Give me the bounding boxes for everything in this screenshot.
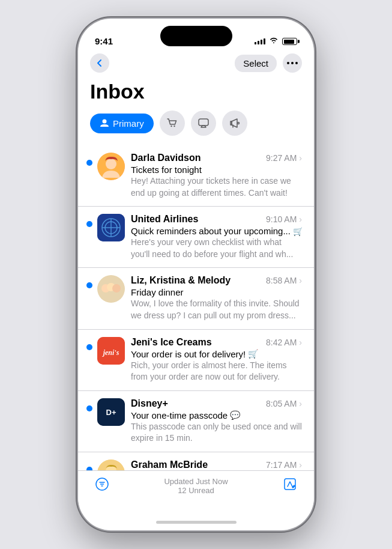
filter-button[interactable] (95, 477, 109, 491)
more-button[interactable] (283, 53, 302, 73)
unread-indicator (86, 344, 92, 350)
svg-point-2 (295, 62, 298, 64)
jenis-avatar: jeni's (97, 337, 125, 365)
email-time: 8:05 AM (266, 399, 297, 408)
email-header: Graham McBride 7:17 AM › (131, 460, 302, 470)
back-button[interactable] (90, 53, 109, 73)
email-header: Darla Davidson 9:27 AM › (131, 153, 302, 163)
email-subject: Friday dinner (131, 287, 302, 297)
message-icon (198, 117, 210, 129)
tab-primary[interactable]: Primary (90, 114, 154, 133)
email-item[interactable]: jeni's Jeni's Ice Creams 8:42 AM › Your … (78, 330, 314, 391)
unread-indicator (86, 160, 92, 166)
shopping-badge-icon: 🛒 (293, 226, 302, 236)
avatar (97, 153, 125, 180)
shopping-badge-icon: 🛒 (248, 349, 258, 359)
email-item[interactable]: Liz, Kristina & Melody 8:58 AM › Friday … (78, 268, 314, 329)
email-preview: Here's your very own checklist with what… (131, 237, 302, 260)
email-item[interactable]: Darla Davidson 9:27 AM › Tickets for ton… (78, 145, 314, 207)
email-item[interactable]: Graham McBride 7:17 AM › Tell us if you … (78, 452, 314, 470)
wifi-icon (269, 37, 279, 46)
svg-rect-6 (199, 119, 208, 126)
updated-text: Updated Just Now (164, 477, 228, 486)
email-subject: Your one-time passcode 💬 (131, 410, 302, 420)
bottom-bar: Updated Just Now 12 Unread (78, 470, 314, 514)
avatar (97, 275, 125, 303)
nav-bar: Select (78, 51, 314, 77)
person-icon (100, 118, 109, 128)
email-subject: Quick reminders about your upcoming... 🛒 (131, 226, 302, 236)
email-item[interactable]: D+ Disney+ 8:05 AM › Your one-time passc… (78, 391, 314, 452)
page-title: Inbox (78, 77, 314, 111)
email-time: 9:27 AM (266, 153, 297, 163)
email-time: 7:17 AM (266, 460, 297, 470)
compose-icon (283, 477, 297, 491)
sender-name: Disney+ (131, 398, 168, 409)
category-tabs: Primary (78, 111, 314, 145)
email-header: Jeni's Ice Creams 8:42 AM › (131, 337, 302, 348)
email-preview: Rich, your order is almost here. The ite… (131, 360, 302, 383)
email-item[interactable]: United Airlines 9:10 AM › Quick reminder… (78, 207, 314, 268)
email-body: United Airlines 9:10 AM › Quick reminder… (131, 214, 302, 260)
svg-point-1 (291, 62, 294, 64)
email-header: Liz, Kristina & Melody 8:58 AM › (131, 275, 302, 286)
chevron-left-icon (95, 59, 104, 67)
liz-avatar (97, 275, 125, 303)
email-body: Graham McBride 7:17 AM › Tell us if you … (131, 460, 302, 470)
svg-point-4 (170, 126, 172, 127)
email-preview: Hey! Attaching your tickets here in case… (131, 175, 302, 199)
svg-point-3 (103, 120, 107, 124)
unread-indicator (86, 221, 92, 227)
signal-icon (255, 38, 265, 44)
chevron-right-icon: › (299, 338, 302, 347)
svg-point-18 (112, 284, 121, 293)
unread-indicator (86, 282, 92, 288)
tab-promotions[interactable] (222, 111, 247, 136)
svg-text:jeni's: jeni's (102, 348, 119, 357)
sender-name: Jeni's Ice Creams (131, 337, 212, 348)
sender-name: Liz, Kristina & Melody (131, 275, 231, 286)
email-meta: 7:17 AM › (266, 460, 302, 470)
chevron-right-icon: › (299, 153, 302, 163)
email-subject: Tickets for tonight (131, 165, 302, 175)
battery-icon (282, 38, 297, 45)
message-badge-icon: 💬 (230, 410, 240, 420)
email-header: Disney+ 8:05 AM › (131, 398, 302, 409)
home-bar (156, 521, 237, 524)
tab-primary-label: Primary (113, 118, 144, 129)
email-subject: Your order is out for delivery! 🛒 (131, 349, 302, 359)
compose-button[interactable] (283, 477, 297, 491)
graham-avatar (97, 460, 125, 470)
svg-point-5 (173, 126, 175, 127)
chevron-right-icon: › (299, 399, 302, 408)
avatar: jeni's (97, 337, 125, 365)
email-meta: 8:05 AM › (266, 399, 302, 408)
status-icons (255, 37, 297, 46)
email-body: Liz, Kristina & Melody 8:58 AM › Friday … (131, 275, 302, 321)
email-body: Disney+ 8:05 AM › Your one-time passcode… (131, 398, 302, 444)
nav-actions: Select (235, 53, 302, 73)
sender-name: United Airlines (131, 214, 198, 225)
chevron-right-icon: › (299, 214, 302, 224)
select-button[interactable]: Select (235, 55, 277, 72)
sync-status: Updated Just Now 12 Unread (164, 477, 228, 495)
unread-indicator (86, 405, 92, 411)
svg-rect-26 (285, 479, 295, 490)
cart-icon (166, 117, 178, 129)
sender-name: Darla Davidson (131, 153, 201, 163)
tab-social[interactable] (191, 111, 216, 136)
disney-avatar: D+ (97, 398, 125, 426)
home-indicator (78, 514, 314, 530)
status-time: 9:41 (95, 36, 113, 46)
email-time: 8:58 AM (266, 276, 297, 285)
unread-count: 12 Unread (178, 486, 214, 495)
email-preview: This passcode can only be used once and … (131, 421, 302, 444)
email-header: United Airlines 9:10 AM › (131, 214, 302, 225)
svg-point-9 (106, 159, 116, 169)
ellipsis-icon (287, 62, 298, 64)
tab-shopping[interactable] (160, 111, 185, 136)
email-list: Darla Davidson 9:27 AM › Tickets for ton… (78, 145, 314, 470)
svg-point-0 (287, 62, 289, 64)
email-meta: 8:58 AM › (266, 276, 302, 285)
main-content: Inbox Primary (78, 77, 314, 470)
